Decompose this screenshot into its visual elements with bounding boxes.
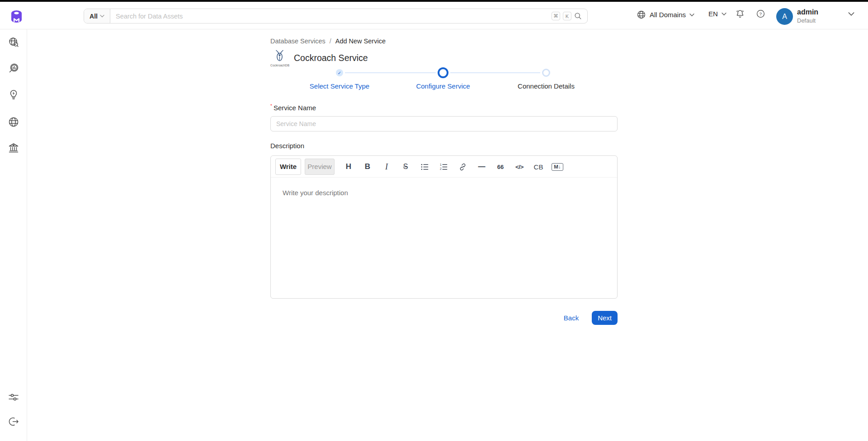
italic-icon[interactable]: I bbox=[381, 161, 392, 172]
sidebar-item-settings[interactable] bbox=[8, 391, 19, 403]
domains-label: All Domains bbox=[650, 11, 686, 19]
stepper-line-2 bbox=[450, 72, 540, 73]
chevron-down-icon bbox=[848, 12, 854, 16]
description-textarea[interactable]: Write your description bbox=[271, 178, 617, 299]
step-1-completed-circle: ✓ bbox=[336, 69, 343, 76]
search-filter-label: All bbox=[90, 13, 98, 20]
back-button[interactable]: Back bbox=[564, 314, 579, 322]
sidebar-item-explore[interactable] bbox=[8, 37, 19, 48]
step-label-connection-details: Connection Details bbox=[496, 82, 596, 90]
service-logo-caption: CockroachDB bbox=[270, 64, 288, 67]
top-navbar: All ⌘ K All Domains bbox=[0, 2, 868, 29]
tab-write[interactable]: Write bbox=[275, 159, 301, 175]
sidebar-item-govern[interactable] bbox=[8, 142, 19, 154]
notifications-button[interactable] bbox=[735, 9, 745, 19]
govern-bank-icon bbox=[8, 142, 19, 154]
link-icon[interactable] bbox=[457, 161, 468, 172]
horizontal-rule-icon[interactable]: — bbox=[476, 161, 487, 172]
markdown-icon[interactable]: M↓ bbox=[552, 161, 563, 172]
question-circle-icon: ? bbox=[756, 9, 765, 19]
help-button[interactable]: ? bbox=[756, 9, 765, 19]
form-actions: Back Next bbox=[270, 311, 618, 325]
service-name-label: *Service Name bbox=[270, 103, 316, 112]
inline-code-icon[interactable]: </> bbox=[514, 161, 525, 172]
user-name: admin bbox=[797, 8, 818, 16]
next-button[interactable]: Next bbox=[592, 311, 618, 325]
user-team: Default bbox=[797, 17, 816, 24]
bell-icon bbox=[735, 9, 745, 19]
svg-text:?: ? bbox=[760, 11, 762, 16]
search-input[interactable] bbox=[110, 9, 552, 23]
sidebar-item-insights[interactable] bbox=[8, 89, 19, 100]
user-avatar[interactable]: A bbox=[776, 8, 793, 25]
search-shortcuts: ⌘ K bbox=[552, 9, 587, 23]
svg-text:2: 2 bbox=[439, 167, 441, 170]
app-window: All ⌘ K All Domains bbox=[0, 0, 868, 441]
description-placeholder: Write your description bbox=[283, 189, 605, 197]
description-editor: Write Preview H B I S 12 — 66 </> CB bbox=[270, 155, 618, 299]
language-selector[interactable]: EN bbox=[708, 10, 726, 18]
tab-preview[interactable]: Preview bbox=[305, 159, 335, 175]
step-2-active-circle bbox=[438, 67, 448, 78]
cockroachdb-icon bbox=[274, 50, 285, 61]
settings-sliders-icon bbox=[8, 391, 19, 403]
code-block-icon[interactable]: CB bbox=[533, 161, 544, 172]
bullet-list-icon[interactable] bbox=[419, 161, 430, 172]
globe-icon bbox=[637, 10, 646, 19]
service-name-input[interactable] bbox=[270, 116, 618, 131]
breadcrumb: Database Services / Add New Service bbox=[270, 38, 386, 45]
stepper-line-1 bbox=[345, 72, 436, 73]
required-marker: * bbox=[270, 103, 272, 108]
sidebar-item-domains[interactable] bbox=[8, 116, 19, 128]
breadcrumb-separator: / bbox=[330, 38, 331, 45]
insights-bulb-icon bbox=[8, 89, 19, 100]
heading-icon[interactable]: H bbox=[343, 161, 354, 172]
editor-toolbar-icons: H B I S 12 — 66 </> CB M↓ bbox=[343, 156, 563, 178]
openmetadata-logo-icon[interactable] bbox=[10, 10, 23, 23]
logout-icon bbox=[8, 416, 19, 427]
explore-search-icon bbox=[8, 37, 19, 48]
check-icon: ✓ bbox=[338, 70, 341, 75]
breadcrumb-link-database-services[interactable]: Database Services bbox=[270, 38, 326, 45]
step-label-configure-service[interactable]: Configure Service bbox=[393, 82, 493, 90]
description-label: Description bbox=[270, 142, 304, 150]
search-filter-dropdown[interactable]: All bbox=[84, 9, 110, 23]
language-label: EN bbox=[708, 10, 718, 18]
search-icon[interactable] bbox=[574, 12, 582, 20]
step-3-pending-circle bbox=[542, 69, 550, 77]
cmd-key-badge: ⌘ bbox=[552, 12, 560, 20]
sidebar-item-observability[interactable] bbox=[8, 62, 19, 74]
domains-selector[interactable]: All Domains bbox=[637, 10, 694, 19]
user-menu-toggle[interactable] bbox=[848, 12, 854, 16]
chevron-down-icon bbox=[100, 14, 104, 18]
service-logo: CockroachDB bbox=[270, 50, 288, 67]
observability-icon bbox=[8, 62, 19, 74]
global-search-bar: All ⌘ K bbox=[84, 9, 588, 23]
breadcrumb-current: Add New Service bbox=[335, 38, 386, 45]
quote-icon[interactable]: 66 bbox=[495, 161, 506, 172]
chevron-down-icon bbox=[689, 13, 694, 17]
page-title: Cockroach Service bbox=[294, 53, 368, 63]
sidebar-item-logout[interactable] bbox=[8, 416, 19, 427]
bold-icon[interactable]: B bbox=[362, 161, 373, 172]
numbered-list-icon[interactable]: 12 bbox=[438, 161, 449, 172]
svg-text:1: 1 bbox=[439, 163, 441, 166]
editor-toolbar: Write Preview H B I S 12 — 66 </> CB bbox=[271, 156, 617, 178]
domains-globe-icon bbox=[8, 116, 19, 128]
strikethrough-icon[interactable]: S bbox=[400, 161, 411, 172]
chevron-down-icon bbox=[722, 12, 726, 16]
avatar-initial: A bbox=[782, 13, 787, 21]
step-label-select-service-type[interactable]: Select Service Type bbox=[290, 82, 389, 90]
left-sidebar bbox=[0, 29, 27, 441]
k-key-badge: K bbox=[563, 12, 571, 20]
